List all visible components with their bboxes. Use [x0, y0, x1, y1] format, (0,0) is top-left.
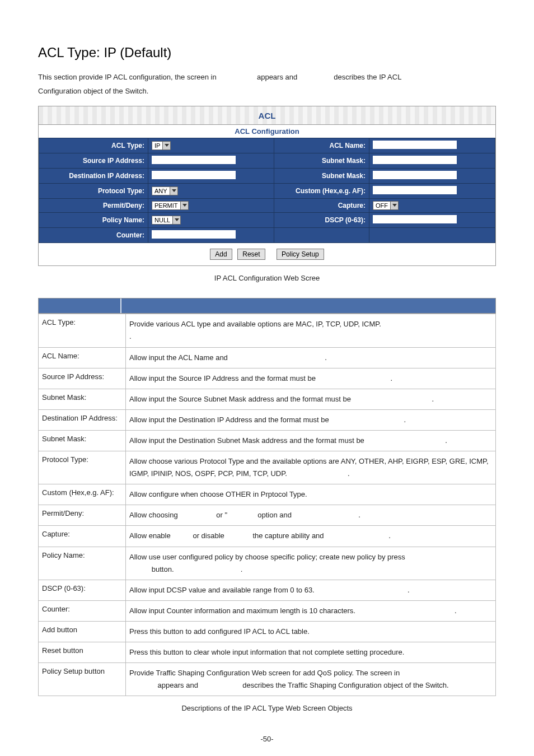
object-cell: ACL Name:: [39, 347, 126, 368]
intro-part1: This section provide IP ACL configuratio…: [38, 73, 217, 81]
capture-select[interactable]: OFF: [373, 201, 399, 210]
table-row: Source IP Address:Allow input the Source…: [39, 368, 496, 389]
reset-button[interactable]: Reset: [237, 249, 265, 260]
subnet-mask-2-label: Subnet Mask:: [274, 169, 369, 184]
table-caption: Descriptions of the IP ACL Type Web Scre…: [38, 704, 496, 712]
object-cell: Capture:: [39, 526, 126, 547]
description-cell: Provide various ACL type and available o…: [126, 314, 496, 347]
object-cell: Subnet Mask:: [39, 430, 126, 451]
custom-hex-input[interactable]: [373, 186, 457, 194]
chevron-down-icon: [172, 216, 180, 224]
object-cell: Counter:: [39, 600, 126, 621]
chevron-down-icon: [180, 202, 188, 209]
acl-name-label: ACL Name:: [274, 138, 369, 153]
chevron-down-icon: [170, 187, 177, 195]
description-cell: Allow choosing or " option and .: [126, 505, 496, 526]
subnet-mask-1-input[interactable]: [373, 156, 457, 164]
description-cell: Press this button to clear whole input i…: [126, 642, 496, 662]
button-row: Add Reset Policy Setup: [39, 243, 495, 265]
subnet-mask-1-label: Subnet Mask:: [274, 153, 369, 169]
object-cell: Custom (Hex,e.g. AF):: [39, 484, 126, 505]
protocol-type-select[interactable]: ANY: [152, 186, 178, 195]
source-ip-input[interactable]: [152, 156, 236, 164]
policy-name-select[interactable]: NULL: [152, 216, 181, 225]
object-cell: Subnet Mask:: [39, 389, 126, 409]
capture-label: Capture:: [274, 199, 369, 213]
permit-deny-select[interactable]: PERMIT: [152, 201, 189, 210]
capture-value: OFF: [373, 202, 390, 209]
intro-part3: describes the IP ACL: [334, 73, 401, 81]
description-cell: Allow input the Destination IP Address a…: [126, 409, 496, 430]
page-title: ACL Type: IP (Default): [38, 45, 496, 60]
acl-type-label: ACL Type:: [39, 138, 148, 153]
protocol-type-label: Protocol Type:: [39, 184, 148, 199]
table-row: Permit/Deny:Allow choosing or " option a…: [39, 505, 496, 526]
description-cell: Press this button to add configured IP A…: [126, 621, 496, 642]
object-cell: DSCP (0-63):: [39, 580, 126, 600]
desc-table-header: [38, 298, 496, 314]
table-row: Policy Name:Allow use user configured po…: [39, 547, 496, 580]
panel-header-title: ACL: [259, 111, 276, 120]
object-cell: Source IP Address:: [39, 368, 126, 389]
dest-ip-input[interactable]: [152, 171, 236, 179]
acl-config-panel: ACL ACL Configuration ACL Type: IP ACL N…: [38, 106, 496, 266]
table-row: Custom (Hex,e.g. AF):Allow configure whe…: [39, 484, 496, 505]
subnet-mask-2-input[interactable]: [373, 171, 457, 179]
acl-type-select[interactable]: IP: [152, 141, 171, 150]
object-cell: Protocol Type:: [39, 451, 126, 484]
description-cell: Allow input the ACL Name and .: [126, 347, 496, 368]
policy-setup-button[interactable]: Policy Setup: [277, 249, 324, 260]
object-cell: Policy Name:: [39, 547, 126, 580]
object-cell: ACL Type:: [39, 314, 126, 347]
intro-part2: appears and: [257, 73, 297, 81]
chevron-down-icon: [162, 142, 170, 150]
table-row: Subnet Mask:Allow input the Destination …: [39, 430, 496, 451]
description-cell: Allow input DCSP value and available ran…: [126, 580, 496, 600]
description-cell: Allow input the Source Subnet Mask addre…: [126, 389, 496, 409]
description-cell: Allow input Counter information and maxi…: [126, 600, 496, 621]
table-row: Capture:Allow enable or disable the capt…: [39, 526, 496, 547]
empty-cell: [274, 228, 369, 243]
acl-form-grid: ACL Type: IP ACL Name: Source IP Address…: [39, 138, 495, 243]
description-cell: Allow choose various Protocol Type and t…: [126, 451, 496, 484]
add-button[interactable]: Add: [210, 249, 232, 260]
description-table: ACL Type:Provide various ACL type and av…: [38, 314, 496, 696]
intro-part4: Configuration object of the Switch.: [38, 87, 148, 95]
object-cell: Destination IP Address:: [39, 409, 126, 430]
panel-header: ACL: [39, 106, 495, 124]
intro-text: This section provide IP ACL configuratio…: [38, 71, 496, 98]
protocol-type-value: ANY: [152, 187, 170, 195]
table-row: Destination IP Address:Allow input the D…: [39, 409, 496, 430]
table-row: Reset buttonPress this button to clear w…: [39, 642, 496, 662]
table-row: ACL Type:Provide various ACL type and av…: [39, 314, 496, 347]
description-cell: Provide Traffic Shaping Configuration We…: [126, 663, 496, 696]
description-cell: Allow use user configured policy by choo…: [126, 547, 496, 580]
description-cell: Allow configure when choose OTHER in Prp…: [126, 484, 496, 505]
chevron-down-icon: [390, 202, 398, 209]
table-row: DSCP (0-63):Allow input DCSP value and a…: [39, 580, 496, 600]
table-row: Subnet Mask:Allow input the Source Subne…: [39, 389, 496, 409]
dscp-input[interactable]: [373, 215, 457, 223]
counter-label: Counter:: [39, 228, 148, 243]
object-cell: Policy Setup button: [39, 663, 126, 696]
acl-type-value: IP: [152, 142, 162, 150]
object-cell: Add button: [39, 621, 126, 642]
counter-input[interactable]: [152, 230, 236, 239]
dscp-label: DSCP (0-63):: [274, 213, 369, 228]
permit-deny-label: Permit/Deny:: [39, 199, 148, 213]
table-row: Counter:Allow input Counter information …: [39, 600, 496, 621]
permit-deny-value: PERMIT: [152, 202, 180, 209]
table-row: Add buttonPress this button to add confi…: [39, 621, 496, 642]
table-row: ACL Name:Allow input the ACL Name and .: [39, 347, 496, 368]
page-number: -50-: [38, 735, 496, 743]
policy-name-value: NULL: [152, 216, 172, 224]
object-cell: Permit/Deny:: [39, 505, 126, 526]
table-row: Protocol Type:Allow choose various Proto…: [39, 451, 496, 484]
acl-name-input[interactable]: [373, 141, 457, 149]
description-cell: Allow enable or disable the capture abil…: [126, 526, 496, 547]
figure-caption: IP ACL Configuration Web Scree: [38, 274, 496, 282]
table-row: Policy Setup buttonProvide Traffic Shapi…: [39, 663, 496, 696]
panel-subtitle: ACL Configuration: [39, 124, 495, 138]
policy-name-label: Policy Name:: [39, 213, 148, 228]
source-ip-label: Source IP Address:: [39, 153, 148, 169]
